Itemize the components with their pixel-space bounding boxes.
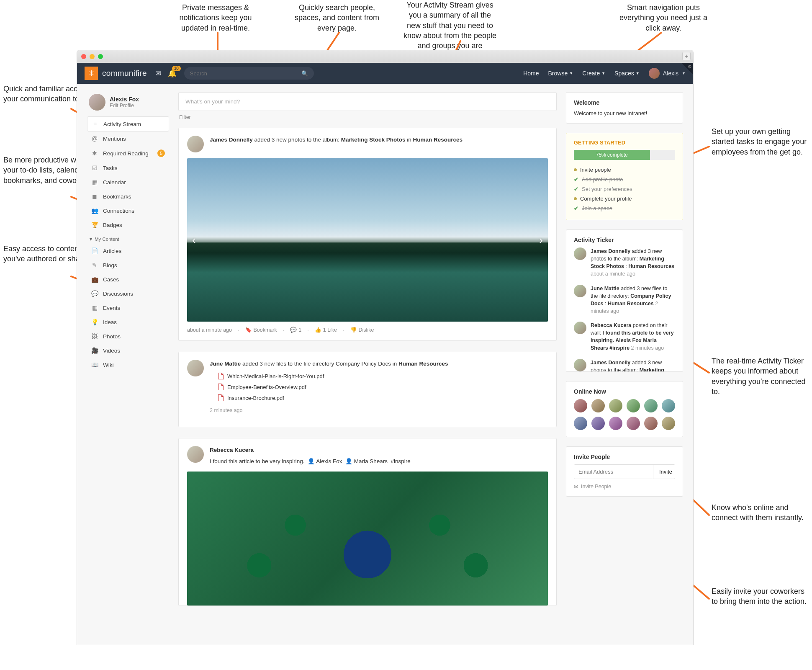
invite-button[interactable]: Invite bbox=[653, 465, 675, 479]
like-button[interactable]: 👍 1 Like bbox=[315, 327, 337, 333]
sidebar-item-videos[interactable]: 🎥Videos bbox=[87, 343, 169, 358]
progress-fill: 75% complete bbox=[574, 150, 650, 160]
file-item[interactable]: Insurance-Brochure.pdf bbox=[218, 392, 548, 403]
online-avatar[interactable] bbox=[609, 417, 622, 430]
post-body: I found this article to be very inspirin… bbox=[210, 457, 548, 466]
online-avatar[interactable] bbox=[644, 417, 658, 430]
online-avatar[interactable] bbox=[609, 399, 622, 412]
messages-icon[interactable]: ✉ bbox=[155, 69, 161, 78]
sidebar-item-articles[interactable]: 📄Articles bbox=[87, 244, 169, 258]
avatar[interactable] bbox=[89, 94, 105, 111]
composer-input[interactable]: What's on your mind? bbox=[178, 92, 557, 111]
sidebar-item-photos[interactable]: 🖼Photos bbox=[87, 329, 169, 343]
sidebar-item-wiki[interactable]: 📖Wiki bbox=[87, 358, 169, 372]
window-max-dot[interactable] bbox=[98, 54, 103, 59]
sidebar-item-discussions[interactable]: 💬Discussions bbox=[87, 286, 169, 301]
search-input[interactable] bbox=[190, 70, 301, 77]
sidebar-icon: ≡ bbox=[92, 121, 98, 127]
bookmark-button[interactable]: 🔖 Bookmark bbox=[245, 327, 277, 333]
nav-spaces[interactable]: Spaces▼ bbox=[614, 70, 640, 77]
sidebar-icon: 💼 bbox=[91, 276, 98, 283]
post-timestamp: about a minute ago bbox=[187, 327, 232, 333]
nav-create[interactable]: Create▼ bbox=[582, 70, 605, 77]
window-close-dot[interactable] bbox=[81, 54, 86, 59]
nav-browse[interactable]: Browse▼ bbox=[548, 70, 573, 77]
chevron-right-icon[interactable]: › bbox=[539, 234, 543, 247]
online-avatar[interactable] bbox=[627, 399, 640, 412]
gs-task[interactable]: ✔Add profile photo bbox=[574, 175, 675, 184]
sidebar-item-blogs[interactable]: ✎Blogs bbox=[87, 258, 169, 272]
brand[interactable]: ✳ communifire bbox=[85, 67, 147, 80]
nav-home[interactable]: Home bbox=[523, 70, 539, 77]
check-icon: ✔ bbox=[574, 205, 578, 211]
post-image[interactable]: ‹ › bbox=[187, 158, 548, 322]
sidebar-item-tasks[interactable]: ☑Tasks bbox=[87, 161, 169, 175]
online-avatar[interactable] bbox=[627, 417, 640, 430]
online-avatar[interactable] bbox=[574, 417, 587, 430]
dislike-button[interactable]: 👎 Dislike bbox=[350, 327, 374, 333]
ticker-item[interactable]: Rebecca Kucera posted on their wall: I f… bbox=[574, 322, 675, 352]
filter-link[interactable]: Filter bbox=[179, 114, 556, 120]
sidebar-section-mycontent[interactable]: ▾My Content bbox=[87, 232, 169, 244]
sidebar-item-activity-stream[interactable]: ≡Activity Stream bbox=[87, 116, 169, 131]
online-avatar[interactable] bbox=[574, 399, 587, 412]
settings-corner[interactable]: ⚙ bbox=[681, 63, 693, 75]
avatar[interactable] bbox=[187, 446, 204, 463]
ticker-item[interactable]: James Donnelly added 3 new photos to the… bbox=[574, 359, 675, 372]
pdf-icon bbox=[218, 373, 224, 379]
sidebar-item-mentions[interactable]: @Mentions bbox=[87, 131, 169, 146]
user-menu[interactable]: Alexis▼ bbox=[649, 68, 686, 79]
gs-task[interactable]: ✔Set your preferences bbox=[574, 184, 675, 194]
comments-button[interactable]: 💬 1 bbox=[290, 327, 301, 333]
edit-profile-link[interactable]: Edit Profile bbox=[110, 103, 139, 108]
online-avatar[interactable] bbox=[644, 399, 658, 412]
sidebar-icon: 💬 bbox=[91, 290, 98, 297]
search-box[interactable]: 🔍 bbox=[184, 67, 314, 80]
sidebar-icon: 👥 bbox=[91, 207, 98, 214]
notification-count-badge: 10 bbox=[172, 66, 181, 71]
sidebar-item-required-reading[interactable]: ✱Required Reading5 bbox=[87, 146, 169, 161]
avatar[interactable] bbox=[187, 360, 204, 376]
online-avatar[interactable] bbox=[662, 399, 675, 412]
file-item[interactable]: Which-Medical-Plan-is-Right-for-You.pdf bbox=[218, 371, 548, 381]
gs-task[interactable]: Invite people bbox=[574, 165, 675, 175]
ticker-item[interactable]: June Mattie added 3 new files to the fil… bbox=[574, 285, 675, 315]
panel-title: GETTING STARTED bbox=[574, 140, 675, 146]
sidebar-item-ideas[interactable]: 💡Ideas bbox=[87, 315, 169, 329]
sidebar-item-cases[interactable]: 💼Cases bbox=[87, 272, 169, 286]
person-icon: 👤 bbox=[345, 458, 352, 464]
profile-block: Alexis Fox Edit Profile bbox=[87, 92, 169, 116]
bullet-icon bbox=[574, 197, 577, 200]
sidebar-icon: @ bbox=[91, 135, 98, 142]
sidebar-item-connections[interactable]: 👥Connections bbox=[87, 204, 169, 218]
panel-title: Activity Ticker bbox=[574, 237, 675, 243]
post-image[interactable] bbox=[187, 472, 548, 606]
panel-title: Online Now bbox=[574, 388, 675, 395]
notifications-icon[interactable]: 🔔 10 bbox=[168, 69, 177, 78]
ticker-item[interactable]: James Donnelly added 3 new photos to the… bbox=[574, 247, 675, 278]
sidebar-item-badges[interactable]: 🏆Badges bbox=[87, 218, 169, 232]
app-window: + ✳ communifire ✉ 🔔 10 🔍 Home Browse▼ Cr… bbox=[77, 50, 693, 645]
chevron-left-icon[interactable]: ‹ bbox=[192, 234, 196, 247]
sidebar-item-bookmarks[interactable]: ◼Bookmarks bbox=[87, 189, 169, 204]
right-column: Welcome Welcome to your new intranet! GE… bbox=[566, 92, 683, 636]
window-min-dot[interactable] bbox=[90, 54, 95, 59]
sidebar-item-events[interactable]: ▦Events bbox=[87, 301, 169, 315]
online-avatar[interactable] bbox=[662, 417, 675, 430]
online-avatar[interactable] bbox=[591, 417, 605, 430]
gs-task[interactable]: ✔Join a space bbox=[574, 204, 675, 213]
avatar[interactable] bbox=[187, 136, 204, 152]
online-avatar[interactable] bbox=[591, 399, 605, 412]
file-item[interactable]: Employee-Benefits-Overview.pdf bbox=[218, 381, 548, 392]
avatar bbox=[574, 247, 586, 260]
sidebar-item-calendar[interactable]: ▦Calendar bbox=[87, 175, 169, 189]
activity-post: June Mattie added 3 new files to the fil… bbox=[178, 352, 557, 427]
invite-people-link[interactable]: ✉Invite People bbox=[574, 483, 675, 490]
new-tab-button[interactable]: + bbox=[682, 52, 691, 60]
brand-name: communifire bbox=[102, 69, 147, 78]
activity-post: Rebecca Kucera I found this article to b… bbox=[178, 438, 557, 606]
invite-email-input[interactable] bbox=[574, 465, 653, 479]
sidebar-icon: ▦ bbox=[91, 179, 98, 186]
search-icon[interactable]: 🔍 bbox=[301, 70, 308, 77]
gs-task[interactable]: Complete your profile bbox=[574, 194, 675, 204]
